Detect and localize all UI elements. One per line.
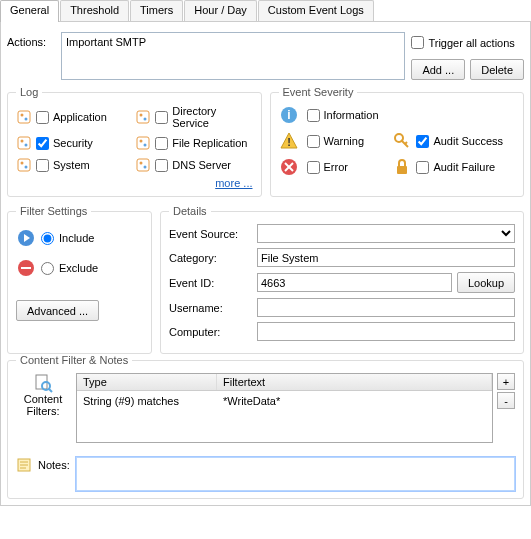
svg-point-14: [25, 166, 28, 169]
audit-success-checkbox[interactable]: [416, 135, 429, 148]
filter-include[interactable]: Include: [16, 228, 143, 248]
svg-point-8: [25, 144, 28, 147]
filter-exclude[interactable]: Exclude: [16, 258, 143, 278]
header-type[interactable]: Type: [77, 374, 217, 390]
actions-label: Actions:: [7, 32, 61, 80]
table-row[interactable]: String (#9) matches *WriteData*: [77, 391, 492, 411]
security-label: Security: [53, 137, 93, 149]
arrow-right-icon: [16, 228, 36, 248]
header-filtertext[interactable]: Filtertext: [217, 374, 492, 390]
content-legend: Content Filter & Notes: [16, 354, 132, 366]
category-input[interactable]: [257, 248, 515, 267]
svg-rect-0: [18, 111, 30, 123]
sev-information[interactable]: Information: [307, 109, 391, 122]
svg-point-7: [21, 140, 24, 143]
content-filter-fieldset: Content Filter & Notes Content Filters: …: [7, 354, 524, 499]
general-panel: Actions: Important SMTP Trigger all acti…: [0, 22, 531, 506]
content-filter-table[interactable]: Type Filtertext String (#9) matches *Wri…: [76, 373, 493, 443]
tab-bar: General Threshold Timers Hour / Day Cust…: [0, 0, 531, 22]
svg-rect-28: [397, 166, 407, 174]
filter-legend: Filter Settings: [16, 205, 91, 217]
warning-icon: !: [279, 131, 299, 151]
severity-legend: Event Severity: [279, 86, 358, 98]
system-checkbox[interactable]: [36, 159, 49, 172]
exclude-radio[interactable]: [41, 262, 54, 275]
svg-rect-9: [137, 137, 149, 149]
event-id-input[interactable]: [257, 273, 452, 292]
event-id-label: Event ID:: [169, 277, 257, 289]
tab-threshold[interactable]: Threshold: [60, 0, 129, 21]
event-source-label: Event Source:: [169, 228, 257, 240]
log-icon: [16, 157, 32, 173]
log-more-link[interactable]: more ...: [16, 177, 253, 189]
sev-audit-failure[interactable]: Audit Failure: [416, 161, 515, 174]
add-filter-button[interactable]: +: [497, 373, 515, 390]
application-checkbox[interactable]: [36, 111, 49, 124]
log-directory[interactable]: Directory Service: [135, 105, 252, 129]
replication-checkbox[interactable]: [155, 137, 168, 150]
sev-warning[interactable]: Warning: [307, 135, 391, 148]
advanced-button[interactable]: Advanced ...: [16, 300, 99, 321]
log-icon: [135, 109, 151, 125]
tab-general[interactable]: General: [0, 0, 59, 22]
security-checkbox[interactable]: [36, 137, 49, 150]
log-replication[interactable]: File Replication: [135, 135, 252, 151]
error-checkbox[interactable]: [307, 161, 320, 174]
log-legend: Log: [16, 86, 42, 98]
details-fieldset: Details Event Source: Category: Event ID…: [160, 205, 524, 354]
tab-timers[interactable]: Timers: [130, 0, 183, 21]
application-label: Application: [53, 111, 107, 123]
computer-label: Computer:: [169, 326, 257, 338]
dns-checkbox[interactable]: [155, 159, 168, 172]
directory-checkbox[interactable]: [155, 111, 168, 124]
directory-label: Directory Service: [172, 105, 252, 129]
audit-failure-checkbox[interactable]: [416, 161, 429, 174]
log-dns[interactable]: DNS Server: [135, 157, 252, 173]
notes-textarea[interactable]: [76, 457, 515, 491]
lookup-button[interactable]: Lookup: [457, 272, 515, 293]
log-system[interactable]: System: [16, 157, 133, 173]
notes-label: Notes:: [38, 457, 70, 471]
tab-hour-day[interactable]: Hour / Day: [184, 0, 257, 21]
remove-filter-button[interactable]: -: [497, 392, 515, 409]
include-radio[interactable]: [41, 232, 54, 245]
error-icon: [279, 157, 299, 177]
log-application[interactable]: Application: [16, 105, 133, 129]
warning-checkbox[interactable]: [307, 135, 320, 148]
svg-line-24: [405, 142, 407, 144]
category-label: Category:: [169, 252, 257, 264]
computer-input[interactable]: [257, 322, 515, 341]
tab-custom-event-logs[interactable]: Custom Event Logs: [258, 0, 374, 21]
svg-point-10: [140, 140, 143, 143]
username-input[interactable]: [257, 298, 515, 317]
event-source-select[interactable]: [257, 224, 515, 243]
sev-error[interactable]: Error: [307, 161, 391, 174]
add-button[interactable]: Add ...: [411, 59, 465, 80]
audit-failure-label: Audit Failure: [433, 161, 495, 173]
cell-text: *WriteData*: [217, 393, 492, 409]
username-label: Username:: [169, 302, 257, 314]
severity-fieldset: Event Severity i Information ! Warning A…: [270, 86, 525, 197]
actions-textarea[interactable]: Important SMTP: [61, 32, 405, 80]
lock-icon: [392, 157, 412, 177]
trigger-all-actions-checkbox[interactable]: Trigger all actions: [411, 32, 524, 53]
delete-button[interactable]: Delete: [470, 59, 524, 80]
svg-rect-15: [137, 159, 149, 171]
svg-text:i: i: [287, 108, 290, 122]
log-security[interactable]: Security: [16, 135, 133, 151]
notes-icon: [16, 457, 32, 473]
svg-point-17: [144, 166, 147, 169]
svg-rect-12: [18, 159, 30, 171]
warning-label: Warning: [324, 135, 365, 147]
details-legend: Details: [169, 205, 211, 217]
svg-line-35: [49, 389, 52, 392]
system-label: System: [53, 159, 90, 171]
svg-rect-6: [18, 137, 30, 149]
include-label: Include: [59, 232, 94, 244]
sev-audit-success[interactable]: Audit Success: [416, 135, 515, 148]
exclude-label: Exclude: [59, 262, 98, 274]
trigger-all-checkbox[interactable]: [411, 36, 424, 49]
info-checkbox[interactable]: [307, 109, 320, 122]
svg-text:!: !: [287, 136, 291, 148]
error-label: Error: [324, 161, 348, 173]
